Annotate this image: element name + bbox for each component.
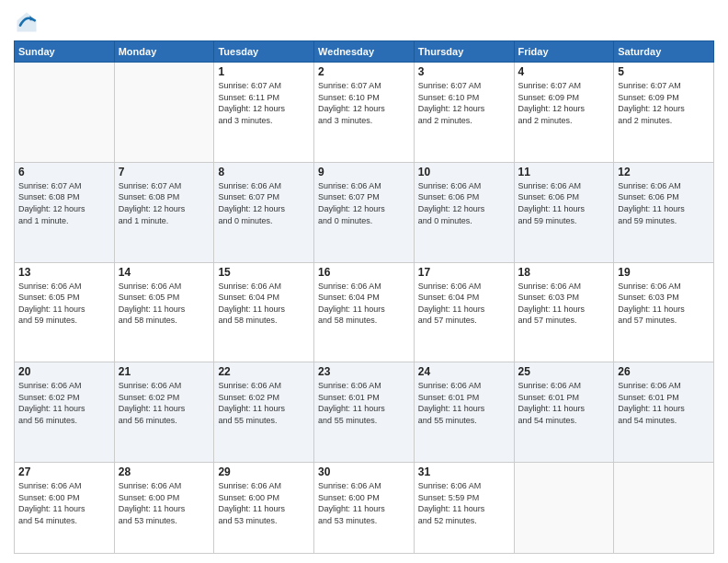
day-number: 31 [418,465,510,478]
day-info: Sunrise: 6:06 AM Sunset: 6:01 PM Dayligh… [318,380,410,426]
weekday-header-wednesday: Wednesday [314,41,415,63]
weekday-header-friday: Friday [514,41,614,63]
day-number: 24 [418,365,510,378]
calendar-cell: 4Sunrise: 6:07 AM Sunset: 6:09 PM Daylig… [514,63,614,163]
calendar-cell [15,63,115,163]
day-info: Sunrise: 6:06 AM Sunset: 6:02 PM Dayligh… [218,380,310,426]
day-number: 7 [119,166,210,178]
logo [14,9,43,35]
calendar-cell: 19Sunrise: 6:06 AM Sunset: 6:03 PM Dayli… [614,262,714,362]
calendar-cell: 2Sunrise: 6:07 AM Sunset: 6:10 PM Daylig… [314,63,415,163]
calendar-cell [614,463,714,554]
day-info: Sunrise: 6:06 AM Sunset: 6:06 PM Dayligh… [518,180,610,226]
day-number: 12 [618,166,710,178]
header [14,9,714,35]
day-number: 6 [18,166,110,178]
weekday-header-sunday: Sunday [15,41,115,63]
day-number: 20 [18,365,110,378]
day-number: 23 [318,365,410,378]
day-number: 5 [618,65,710,78]
day-number: 17 [418,266,510,279]
calendar-cell: 30Sunrise: 6:06 AM Sunset: 6:00 PM Dayli… [314,463,415,554]
calendar-table: SundayMondayTuesdayWednesdayThursdayFrid… [14,40,714,554]
day-info: Sunrise: 6:06 AM Sunset: 6:01 PM Dayligh… [418,380,510,426]
day-number: 22 [218,365,310,378]
day-info: Sunrise: 6:06 AM Sunset: 6:04 PM Dayligh… [218,281,310,327]
day-number: 14 [119,266,210,279]
weekday-header-thursday: Thursday [414,41,514,63]
day-number: 4 [518,65,610,78]
day-number: 15 [218,266,310,279]
calendar-cell: 13Sunrise: 6:06 AM Sunset: 6:05 PM Dayli… [15,262,115,362]
weekday-header-monday: Monday [114,41,214,63]
day-number: 1 [218,65,310,78]
day-number: 29 [218,465,310,478]
day-number: 21 [119,365,210,378]
week-row-2: 13Sunrise: 6:06 AM Sunset: 6:05 PM Dayli… [15,262,714,362]
day-info: Sunrise: 6:06 AM Sunset: 6:00 PM Dayligh… [119,480,210,526]
day-info: Sunrise: 6:06 AM Sunset: 6:01 PM Dayligh… [618,380,710,426]
calendar-cell: 27Sunrise: 6:06 AM Sunset: 6:00 PM Dayli… [15,463,115,554]
calendar-cell: 23Sunrise: 6:06 AM Sunset: 6:01 PM Dayli… [314,362,415,463]
calendar-cell: 28Sunrise: 6:06 AM Sunset: 6:00 PM Dayli… [114,463,214,554]
calendar-cell: 20Sunrise: 6:06 AM Sunset: 6:02 PM Dayli… [15,362,115,463]
calendar-cell: 8Sunrise: 6:06 AM Sunset: 6:07 PM Daylig… [214,162,314,262]
calendar-cell: 31Sunrise: 6:06 AM Sunset: 5:59 PM Dayli… [414,463,514,554]
calendar-cell [114,63,214,163]
day-info: Sunrise: 6:07 AM Sunset: 6:09 PM Dayligh… [518,80,610,126]
calendar-cell: 16Sunrise: 6:06 AM Sunset: 6:04 PM Dayli… [314,262,415,362]
calendar-cell: 11Sunrise: 6:06 AM Sunset: 6:06 PM Dayli… [514,162,614,262]
calendar-cell: 3Sunrise: 6:07 AM Sunset: 6:10 PM Daylig… [414,63,514,163]
calendar-cell: 25Sunrise: 6:06 AM Sunset: 6:01 PM Dayli… [514,362,614,463]
day-info: Sunrise: 6:06 AM Sunset: 6:04 PM Dayligh… [418,281,510,327]
day-info: Sunrise: 6:06 AM Sunset: 6:00 PM Dayligh… [18,480,110,526]
calendar-cell: 29Sunrise: 6:06 AM Sunset: 6:00 PM Dayli… [214,463,314,554]
day-info: Sunrise: 6:07 AM Sunset: 6:08 PM Dayligh… [18,180,110,226]
calendar-cell: 12Sunrise: 6:06 AM Sunset: 6:06 PM Dayli… [614,162,714,262]
day-number: 28 [119,465,210,478]
week-row-1: 6Sunrise: 6:07 AM Sunset: 6:08 PM Daylig… [15,162,714,262]
calendar-cell: 26Sunrise: 6:06 AM Sunset: 6:01 PM Dayli… [614,362,714,463]
day-number: 18 [518,266,610,279]
day-number: 2 [318,65,410,78]
calendar-cell: 7Sunrise: 6:07 AM Sunset: 6:08 PM Daylig… [114,162,214,262]
day-number: 11 [518,166,610,178]
calendar-cell: 18Sunrise: 6:06 AM Sunset: 6:03 PM Dayli… [514,262,614,362]
day-number: 26 [618,365,710,378]
day-info: Sunrise: 6:06 AM Sunset: 6:03 PM Dayligh… [618,281,710,327]
day-number: 30 [318,465,410,478]
day-info: Sunrise: 6:07 AM Sunset: 6:11 PM Dayligh… [218,80,310,126]
day-number: 3 [418,65,510,78]
day-info: Sunrise: 6:06 AM Sunset: 6:05 PM Dayligh… [18,281,110,327]
week-row-0: 1Sunrise: 6:07 AM Sunset: 6:11 PM Daylig… [15,63,714,163]
day-number: 27 [18,465,110,478]
weekday-header-row: SundayMondayTuesdayWednesdayThursdayFrid… [15,41,714,63]
day-info: Sunrise: 6:06 AM Sunset: 6:04 PM Dayligh… [318,281,410,327]
calendar-cell: 21Sunrise: 6:06 AM Sunset: 6:02 PM Dayli… [114,362,214,463]
day-info: Sunrise: 6:07 AM Sunset: 6:10 PM Dayligh… [318,80,410,126]
day-number: 10 [418,166,510,178]
calendar-cell: 6Sunrise: 6:07 AM Sunset: 6:08 PM Daylig… [15,162,115,262]
day-info: Sunrise: 6:07 AM Sunset: 6:10 PM Dayligh… [418,80,510,126]
calendar-cell: 14Sunrise: 6:06 AM Sunset: 6:05 PM Dayli… [114,262,214,362]
logo-icon [14,9,40,35]
day-info: Sunrise: 6:06 AM Sunset: 6:06 PM Dayligh… [618,180,710,226]
calendar-cell: 17Sunrise: 6:06 AM Sunset: 6:04 PM Dayli… [414,262,514,362]
day-info: Sunrise: 6:06 AM Sunset: 6:07 PM Dayligh… [218,180,310,226]
day-number: 16 [318,266,410,279]
calendar-cell: 5Sunrise: 6:07 AM Sunset: 6:09 PM Daylig… [614,63,714,163]
day-number: 19 [618,266,710,279]
day-info: Sunrise: 6:07 AM Sunset: 6:08 PM Dayligh… [119,180,210,226]
calendar-cell [514,463,614,554]
weekday-header-saturday: Saturday [614,41,714,63]
day-info: Sunrise: 6:06 AM Sunset: 6:02 PM Dayligh… [119,380,210,426]
calendar-cell: 9Sunrise: 6:06 AM Sunset: 6:07 PM Daylig… [314,162,415,262]
calendar-cell: 1Sunrise: 6:07 AM Sunset: 6:11 PM Daylig… [214,63,314,163]
calendar-cell: 22Sunrise: 6:06 AM Sunset: 6:02 PM Dayli… [214,362,314,463]
week-row-3: 20Sunrise: 6:06 AM Sunset: 6:02 PM Dayli… [15,362,714,463]
day-info: Sunrise: 6:06 AM Sunset: 6:00 PM Dayligh… [318,480,410,526]
weekday-header-tuesday: Tuesday [214,41,314,63]
day-info: Sunrise: 6:06 AM Sunset: 6:03 PM Dayligh… [518,281,610,327]
page: SundayMondayTuesdayWednesdayThursdayFrid… [0,0,728,563]
day-number: 13 [18,266,110,279]
